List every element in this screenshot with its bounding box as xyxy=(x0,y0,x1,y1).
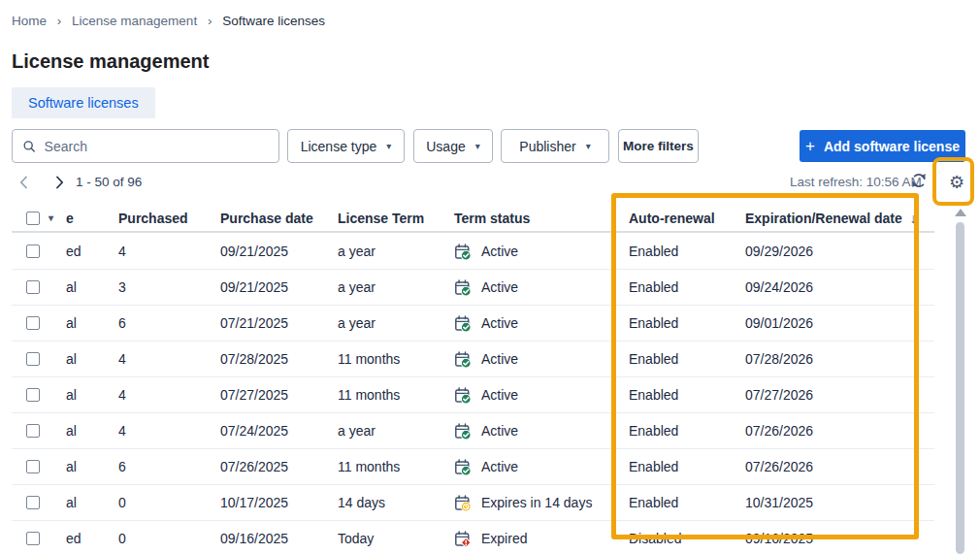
row-select-cell xyxy=(12,388,66,402)
refresh-icon xyxy=(910,172,928,189)
row-checkbox[interactable] xyxy=(26,532,40,545)
cell-purchased: 4 xyxy=(118,423,220,439)
cell-license-term: 11 months xyxy=(338,387,454,403)
search-input[interactable] xyxy=(45,139,269,154)
column-header-purchase-date[interactable]: Purchase date xyxy=(220,211,338,226)
row-checkbox[interactable] xyxy=(26,316,40,330)
cell-purchased: 6 xyxy=(118,459,220,474)
more-filters-button[interactable]: More filters xyxy=(618,129,699,163)
cell-license-term: 11 months xyxy=(338,459,454,474)
refresh-button[interactable] xyxy=(910,172,930,191)
table-body: ed409/21/2025a year ActiveEnabled09/29/2… xyxy=(12,234,934,554)
calendar-check-icon xyxy=(454,423,471,440)
filter-usage[interactable]: Usage ▾ xyxy=(413,129,493,163)
cell-term-status: Expires in 14 days xyxy=(454,495,629,511)
pagination-prev-button[interactable] xyxy=(14,173,33,192)
cell-term-status: Active xyxy=(454,351,629,368)
row-select-cell xyxy=(12,280,66,294)
column-header-auto-renewal[interactable]: Auto-renewal xyxy=(629,211,745,226)
table-row: al407/28/202511 months ActiveEnabled07/2… xyxy=(12,342,934,377)
cell-auto-renewal: Enabled xyxy=(629,315,745,331)
cell-expiration: 09/01/2026 xyxy=(745,315,934,331)
column-header-term-status[interactable]: Term status xyxy=(454,211,629,226)
cell-name: al xyxy=(66,351,118,367)
column-header-expiration[interactable]: Expiration/Renewal date ↓ xyxy=(745,211,934,226)
row-checkbox[interactable] xyxy=(26,352,40,366)
calendar-check-icon xyxy=(454,315,471,332)
table-row: al607/26/202511 months ActiveEnabled07/2… xyxy=(12,449,934,485)
cell-name: al xyxy=(66,495,118,510)
cell-term-status: Active xyxy=(454,423,629,440)
more-filters-label: More filters xyxy=(623,139,694,153)
vertical-scrollbar[interactable] xyxy=(956,222,964,554)
row-select-cell xyxy=(12,244,66,258)
breadcrumb-separator: › xyxy=(208,14,212,28)
cell-purchased: 0 xyxy=(118,495,220,510)
cell-expiration: 07/26/2026 xyxy=(745,459,934,474)
row-checkbox[interactable] xyxy=(26,280,40,294)
pagination-range: 1 - 50 of 96 xyxy=(76,175,142,189)
cell-term-status: Expired xyxy=(454,531,629,547)
page-title: License management xyxy=(12,50,209,73)
search-box[interactable] xyxy=(12,129,279,163)
table-row: al309/21/2025a year ActiveEnabled09/24/2… xyxy=(12,270,934,306)
column-header-name[interactable]: e xyxy=(66,211,118,226)
plus-icon: + xyxy=(805,138,815,154)
gear-icon[interactable]: ⚙ xyxy=(946,171,967,194)
breadcrumb-separator: › xyxy=(57,14,62,28)
chevron-down-icon: ▾ xyxy=(586,142,591,151)
cell-expiration: 09/29/2026 xyxy=(745,244,934,259)
tab-software-licenses[interactable]: Software licenses xyxy=(12,87,155,118)
cell-name: al xyxy=(66,279,118,295)
calendar-check-icon xyxy=(454,279,471,296)
pagination-next-button[interactable] xyxy=(49,173,69,192)
cell-auto-renewal: Enabled xyxy=(629,423,745,439)
row-checkbox[interactable] xyxy=(26,244,40,258)
tab-label: Software licenses xyxy=(28,95,139,111)
cell-name: ed xyxy=(66,244,118,259)
table-row: al407/24/2025a year ActiveEnabled07/26/2… xyxy=(12,413,934,449)
cell-term-status: Active xyxy=(454,279,629,296)
row-select-cell xyxy=(12,460,66,473)
cell-term-status: Active xyxy=(454,459,629,475)
chevron-left-icon xyxy=(19,176,28,189)
column-header-purchased[interactable]: Purchased xyxy=(118,211,220,226)
cell-purchase-date: 09/21/2025 xyxy=(220,279,338,295)
cell-expiration: 07/26/2026 xyxy=(745,423,934,439)
filter-publisher-label: Publisher xyxy=(519,139,575,154)
cell-license-term: 11 months xyxy=(338,351,454,367)
row-checkbox[interactable] xyxy=(26,424,40,438)
chevron-down-icon[interactable]: ▾ xyxy=(49,212,53,223)
cell-auto-renewal: Enabled xyxy=(629,459,745,474)
cell-term-status: Active xyxy=(454,387,629,404)
cell-expiration: 09/24/2026 xyxy=(745,279,934,295)
row-checkbox[interactable] xyxy=(26,388,40,402)
sort-desc-icon: ↓ xyxy=(910,211,917,226)
cell-purchased: 3 xyxy=(118,279,220,295)
row-checkbox[interactable] xyxy=(26,460,40,473)
row-select-cell xyxy=(12,316,66,330)
calendar-check-icon xyxy=(454,244,471,260)
cell-name: al xyxy=(66,315,118,331)
cell-purchased: 4 xyxy=(118,244,220,259)
cell-purchase-date: 09/16/2025 xyxy=(220,531,338,546)
breadcrumb-home[interactable]: Home xyxy=(12,14,47,28)
breadcrumb-software-licenses: Software licenses xyxy=(222,14,325,28)
add-software-license-button[interactable]: + Add software license xyxy=(800,130,965,162)
cell-license-term: a year xyxy=(338,279,454,295)
filter-publisher[interactable]: Publisher ▾ xyxy=(501,129,609,163)
cell-expiration: 09/16/2025 xyxy=(745,531,934,546)
cell-name: ed xyxy=(66,531,118,546)
column-header-license-term[interactable]: License Term xyxy=(338,211,454,226)
chevron-down-icon: ▾ xyxy=(475,142,480,151)
filter-license-type[interactable]: License type ▾ xyxy=(287,129,405,163)
cell-purchased: 4 xyxy=(118,351,220,367)
select-all-checkbox[interactable] xyxy=(26,212,40,225)
calendar-check-icon xyxy=(454,351,471,368)
row-checkbox[interactable] xyxy=(26,496,40,509)
scrollbar-up-arrow[interactable] xyxy=(955,209,966,216)
table-header: ▾ e Purchased Purchase date License Term… xyxy=(12,205,934,233)
select-all-cell: ▾ xyxy=(12,212,66,225)
breadcrumb-license-management[interactable]: License management xyxy=(72,14,197,28)
row-select-cell xyxy=(12,496,66,509)
